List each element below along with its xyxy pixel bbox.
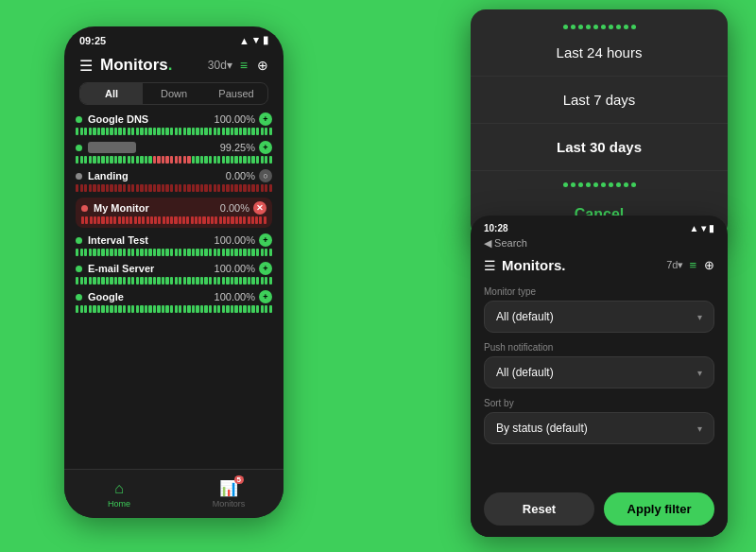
bar-segment	[106, 216, 109, 224]
menu-icon-left[interactable]: ☰	[79, 57, 93, 75]
dot-b6	[601, 182, 606, 187]
period-30d[interactable]: Last 30 days	[471, 124, 728, 171]
bar-segment	[251, 128, 254, 135]
left-phone: 09:25 ▲ ▾ ▮ ☰ Monitors. 30d▾ ≡ ⊕ All Dow…	[64, 26, 284, 518]
tab-paused[interactable]: Paused	[205, 83, 267, 104]
bar-segment	[243, 156, 246, 164]
monitor-item-blurred[interactable]: ██████ 99.25% +	[76, 141, 272, 164]
bar-segment	[248, 277, 250, 285]
bar-segment	[110, 156, 112, 164]
bar-segment	[114, 305, 117, 313]
period-7d[interactable]: Last 7 days	[471, 77, 728, 124]
bar-segment	[183, 128, 186, 135]
tab-down[interactable]: Down	[143, 83, 205, 104]
bar-track-google	[76, 305, 272, 313]
filter-select-monitor-type[interactable]: All (default) ▾	[484, 301, 714, 333]
dot1	[563, 25, 568, 29]
monitor-item-landing[interactable]: Landing 0.00% ○	[76, 169, 272, 192]
monitor-item-google[interactable]: Google 100.00% +	[76, 290, 272, 313]
bar-segment	[209, 128, 212, 135]
bar-segment	[231, 128, 233, 135]
bar-segment	[118, 184, 121, 192]
monitor-item-interval[interactable]: Interval Test 100.00% +	[76, 233, 272, 256]
bar-segment	[269, 156, 272, 164]
search-icon-left[interactable]: ⊕	[257, 58, 268, 73]
bar-segment	[248, 128, 250, 135]
bar-segment	[204, 128, 207, 135]
back-label: ◀ Search	[484, 237, 527, 250]
bar-segment	[214, 305, 216, 313]
search-icon-right[interactable]: ⊕	[704, 258, 714, 272]
bar-segment	[89, 184, 92, 192]
bar-segment	[192, 249, 195, 256]
bar-segment	[214, 277, 216, 285]
bar-segment	[217, 277, 220, 285]
bar-segment	[226, 128, 229, 135]
bar-segment	[134, 216, 137, 224]
period-right[interactable]: 7d▾	[666, 259, 683, 271]
monitor-name-interval: Interval Test	[88, 234, 148, 246]
dots-decoration-bottom	[471, 175, 728, 187]
monitor-pct-landing: 0.00%	[226, 170, 255, 181]
reset-button[interactable]: Reset	[484, 492, 594, 526]
bar-segment	[129, 216, 132, 224]
bar-segment	[179, 305, 181, 313]
bar-segment	[142, 216, 145, 224]
battery-icon-right: ▮	[709, 223, 714, 233]
bar-segment	[97, 128, 100, 135]
dot-b4	[586, 182, 591, 187]
filter-icon-left[interactable]: ≡	[240, 58, 248, 73]
bar-segment	[114, 156, 117, 164]
bar-segment	[231, 305, 233, 313]
bar-segment	[140, 305, 143, 313]
period-selector[interactable]: 30d▾	[208, 59, 232, 72]
status-icons-right: ▲ ▾ ▮	[690, 223, 714, 233]
monitor-item-my-monitor[interactable]: My Monitor 0.00% ✕	[76, 198, 272, 228]
bar-segment	[187, 128, 190, 135]
period-24h[interactable]: Last 24 hours	[471, 29, 728, 77]
bar-segment	[261, 184, 264, 192]
bar-segment	[239, 128, 242, 135]
status-badge-green3: +	[259, 233, 272, 247]
bar-segment	[204, 249, 207, 256]
status-dot-green3	[76, 237, 82, 244]
bar-segment	[175, 184, 178, 192]
bar-segment	[183, 277, 186, 285]
nav-monitors[interactable]: 📊5 Monitors	[174, 470, 284, 518]
bar-segment	[145, 184, 147, 192]
filter-select-sort[interactable]: By status (default) ▾	[484, 412, 714, 444]
tab-all[interactable]: All	[80, 83, 143, 104]
menu-icon-right[interactable]: ☰	[484, 258, 496, 273]
bar-segment	[162, 277, 164, 285]
bar-segment	[217, 305, 220, 313]
bar-segment	[110, 216, 112, 224]
bar-segment	[106, 249, 109, 256]
bar-segment	[248, 216, 250, 224]
bar-segment	[76, 156, 78, 164]
bar-segment	[131, 277, 134, 285]
bar-segment	[187, 277, 190, 285]
back-row[interactable]: ◀ Search	[471, 237, 728, 253]
filter-select-push[interactable]: All (default) ▾	[484, 356, 714, 388]
bar-segment	[153, 249, 156, 256]
nav-home[interactable]: ⌂ Home	[64, 470, 174, 518]
bar-segment	[248, 305, 250, 313]
bar-segment	[196, 305, 198, 313]
bar-segment	[269, 249, 272, 256]
bottom-nav: ⌂ Home 📊5 Monitors	[64, 469, 284, 518]
bar-segment	[150, 216, 153, 224]
bar-segment	[163, 216, 165, 224]
bar-segment	[146, 216, 149, 224]
monitor-item-email[interactable]: E-mail Server 100.00% +	[76, 262, 272, 285]
bar-segment	[207, 216, 210, 224]
monitor-name-text: Google DNS	[88, 113, 148, 125]
bar-track-blurred	[76, 156, 272, 164]
bar-segment	[256, 156, 259, 164]
bar-segment	[136, 277, 139, 285]
bar-segment	[265, 277, 267, 285]
bar-segment	[170, 249, 173, 256]
apply-filter-button[interactable]: Apply filter	[604, 492, 714, 526]
monitor-item-google-dns[interactable]: Google DNS 100.00% +	[76, 112, 272, 135]
filter-icon-right[interactable]: ≡	[689, 258, 696, 272]
bar-segment	[157, 249, 160, 256]
